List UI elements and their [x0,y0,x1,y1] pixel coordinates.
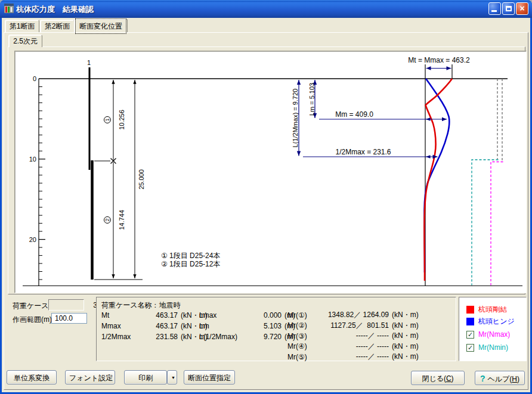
tab-page-1: 2.5次元 [4,32,528,390]
result-row: L(1/2Mmax)9.720(m) [199,331,295,342]
result-row: Mt463.17(kN・m) [101,310,208,321]
result-row: 1/2Mmax231.58(kN・m) [101,331,208,342]
results-panel: 荷重ケース名称：地震時 Mt463.17(kN・m) Mmax463.17(kN… [96,297,456,361]
legend-item-rigid: 杭頭剛結 [466,305,507,314]
tab-page-2: 0 10 20 1 [8,46,525,294]
draw-range-input[interactable] [51,313,87,324]
maximize-button[interactable] [502,2,515,15]
result-row: Mr(①)1348.82／ 1264.09(kN・m) [287,310,419,321]
close-button[interactable]: × [516,2,528,15]
result-row: Mr(④)-----／ -----(kN・m) [287,342,419,352]
app-window: 杭体応力度 結果確認 × 第1断面 第2断面 断面変化位置 2.5次元 [0,0,532,394]
mt-label: Mt = Mmax = 463.2 [408,56,470,64]
rebar-note-1: ① 1段目 D25-24本 [161,252,220,260]
legend-label: 杭頭ヒンジ [478,317,515,327]
result-row: Mr(③)-----／ -----(kN・m) [287,331,419,342]
circled-1-marker: 1 [104,117,111,123]
legend-item-mr-nmin: ✓ Mr(Nmin) [466,343,508,352]
results-length-column: Lmax0.000(m) Lm5.103(m) L(1/2Mmax)9.720(… [199,310,295,342]
lm-label: Lm = 5.103 [308,83,316,116]
font-settings-button[interactable]: フォント設定 [65,370,115,384]
legend-panel: 杭頭剛結 杭頭ヒンジ ✓ Mr(Nmax) ✓ Mr(Nmin) [459,297,527,361]
result-row: Mr(⑤)-----／ -----(kN・m) [287,352,419,362]
rigid-head-swatch [466,306,474,314]
plot-area: 0 10 20 1 [14,51,527,293]
tab-section-change-position[interactable]: 断面変化位置 [74,18,128,32]
dim-segment2-length: 14.744 [118,210,125,230]
close-icon: × [516,4,528,14]
mr-upper-dashed-lines [497,79,502,162]
print-button[interactable]: 印刷 [124,370,167,384]
mr-nmax-dashed-line [491,162,503,286]
half-mmax-left-arrowhead [426,155,431,159]
mr-nmax-checkbox[interactable]: ✓ [466,331,474,339]
close-dialog-button[interactable]: 閉じる(C) [411,371,465,385]
mr-nmin-dashed-line [472,160,499,286]
depth-axis-minor-ticks [39,87,42,280]
print-dropdown-button[interactable]: ▼ [167,370,177,384]
mm-label: Mm = 409.0 [335,110,373,119]
load-case-spinner: ▲ ▼ [48,299,84,311]
tab-2-5-dimension[interactable]: 2.5次元 [8,35,42,47]
moment-curve-rigid [424,79,452,281]
hinged-head-swatch [466,318,474,325]
help-button[interactable]: ?ヘルプ(H) [475,371,525,385]
depth-tick-0: 0 [33,75,36,82]
section-position-button[interactable]: 断面位置指定 [184,370,235,384]
result-row: Lmax0.000(m) [199,310,295,321]
load-case-name: 荷重ケース名称：地震時 [101,300,181,311]
help-question-icon: ? [480,374,485,383]
pile-top-label: 1 [87,59,91,66]
l-half-mmax-label: L(1/2Mmax) = 9.720 [292,89,299,148]
load-case-label: 荷重ケース [13,301,49,311]
tab-section2[interactable]: 第2断面 [40,20,75,32]
mr-nmin-checkbox[interactable]: ✓ [466,344,474,352]
unit-conversion-button[interactable]: 単位系変換 [7,370,57,384]
legend-item-hinged: 杭頭ヒンジ [466,317,515,325]
minimize-icon [491,10,497,12]
draw-range-label: 作画範囲(m) [13,315,52,325]
rebar-note-2: ② 1段目 D25-12本 [161,260,220,268]
svg-text:1: 1 [104,118,110,121]
maximize-icon [506,6,512,11]
half-mmax-label: 1/2Mmax = 231.6 [335,148,391,156]
minimize-button[interactable] [488,2,501,15]
moment-curve-hinged [424,79,449,272]
moment-diagram: 0 10 20 1 [15,51,526,293]
depth-tick-20: 20 [29,236,36,243]
tab-section1[interactable]: 第1断面 [5,20,39,32]
results-moment-column: Mt463.17(kN・m) Mmax463.17(kN・m) 1/2Mmax2… [101,310,208,342]
legend-item-mr-nmax: ✓ Mr(Nmax) [466,330,510,339]
dialog-client: 第1断面 第2断面 断面変化位置 2.5次元 [2,18,530,392]
mm-left-arrowhead [426,117,431,121]
title-bar: 杭体応力度 結果確認 × [0,0,532,18]
result-row: Lm5.103(m) [199,321,295,331]
window-title: 杭体応力度 結果確認 [16,4,94,15]
legend-label: Mr(Nmin) [478,343,508,352]
depth-tick-10: 10 [29,156,36,163]
result-row: Mr(②)1127.25／ 801.51(kN・m) [287,321,419,331]
dim-segment1-length: 10.256 [118,110,125,130]
app-icon [4,4,14,13]
results-mr-column: Mr(①)1348.82／ 1264.09(kN・m) Mr(②)1127.25… [287,310,419,362]
legend-label: Mr(Nmax) [478,330,510,339]
legend-label: 杭頭剛結 [478,305,507,315]
svg-text:2: 2 [104,218,110,221]
dim-total-length: 25.000 [138,169,145,190]
circled-2-marker: 2 [104,217,111,224]
result-row: Mmax463.17(kN・m) [101,321,208,331]
